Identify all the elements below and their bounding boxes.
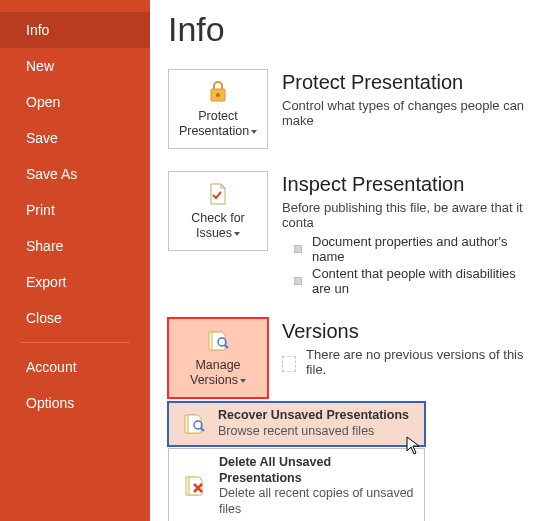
document-icon xyxy=(282,356,296,372)
sidebar-divider xyxy=(20,342,130,343)
sidebar-item-save-as[interactable]: Save As xyxy=(0,156,150,192)
lock-icon xyxy=(204,79,232,105)
menu-item-title: Delete All Unsaved Presentations xyxy=(219,455,414,486)
sidebar-item-close[interactable]: Close xyxy=(0,300,150,336)
document-delete-icon xyxy=(179,470,211,502)
sidebar-item-export[interactable]: Export xyxy=(0,264,150,300)
menu-recover-unsaved[interactable]: Recover Unsaved Presentations Browse rec… xyxy=(168,402,425,446)
menu-delete-unsaved[interactable]: Delete All Unsaved Presentations Delete … xyxy=(168,448,425,521)
check-for-issues-button[interactable]: Check for Issues xyxy=(168,171,268,251)
protect-presentation-button[interactable]: Protect Presentation xyxy=(168,69,268,149)
bullet-row: Content that people with disabilities ar… xyxy=(294,266,534,296)
tile-label: Presentation xyxy=(179,124,249,138)
section-protect: Protect Presentation Protect Presentatio… xyxy=(168,69,534,149)
chevron-down-icon xyxy=(251,130,257,134)
bullet-text: Content that people with disabilities ar… xyxy=(312,266,534,296)
menu-item-subtitle: Delete all recent copies of unsaved file… xyxy=(219,486,414,517)
chevron-down-icon xyxy=(234,232,240,236)
document-search-icon xyxy=(178,408,210,440)
sidebar-item-print[interactable]: Print xyxy=(0,192,150,228)
tile-label: Manage xyxy=(195,358,240,372)
section-inspect: Check for Issues Inspect Presentation Be… xyxy=(168,171,534,296)
sidebar-item-new[interactable]: New xyxy=(0,48,150,84)
bullet-row: Document properties and author's name xyxy=(294,234,534,264)
tile-label: Check for xyxy=(191,211,245,225)
sidebar-item-open[interactable]: Open xyxy=(0,84,150,120)
section-desc-versions: There are no previous versions of this f… xyxy=(306,347,534,377)
sidebar-item-options[interactable]: Options xyxy=(0,385,150,421)
tile-label: Protect xyxy=(198,109,238,123)
section-desc-protect: Control what types of changes people can… xyxy=(282,98,534,128)
section-title-protect: Protect Presentation xyxy=(282,71,534,94)
manage-versions-button[interactable]: Manage Versions xyxy=(168,318,268,398)
section-versions: Manage Versions Versions There are no pr… xyxy=(168,318,534,398)
tile-label: Issues xyxy=(196,226,232,240)
sidebar-item-share[interactable]: Share xyxy=(0,228,150,264)
main-content: Info Protect Presentation Protect Presen… xyxy=(150,0,534,521)
tile-label: Versions xyxy=(190,373,238,387)
sidebar-item-save[interactable]: Save xyxy=(0,120,150,156)
svg-point-1 xyxy=(216,93,220,97)
bullet-icon xyxy=(294,277,302,285)
section-title-inspect: Inspect Presentation xyxy=(282,173,534,196)
section-title-versions: Versions xyxy=(282,320,534,343)
document-check-icon xyxy=(205,181,231,207)
document-search-icon xyxy=(204,328,232,354)
bullet-icon xyxy=(294,245,302,253)
manage-versions-menu: Recover Unsaved Presentations Browse rec… xyxy=(168,402,425,521)
menu-item-subtitle: Browse recent unsaved files xyxy=(218,424,409,440)
bullet-text: Document properties and author's name xyxy=(312,234,534,264)
sidebar-item-account[interactable]: Account xyxy=(0,349,150,385)
menu-item-title: Recover Unsaved Presentations xyxy=(218,408,409,424)
section-desc-inspect: Before publishing this file, be aware th… xyxy=(282,200,534,230)
page-title: Info xyxy=(168,10,534,49)
backstage-sidebar: Info New Open Save Save As Print Share E… xyxy=(0,0,150,521)
chevron-down-icon xyxy=(240,379,246,383)
sidebar-item-info[interactable]: Info xyxy=(0,12,150,48)
